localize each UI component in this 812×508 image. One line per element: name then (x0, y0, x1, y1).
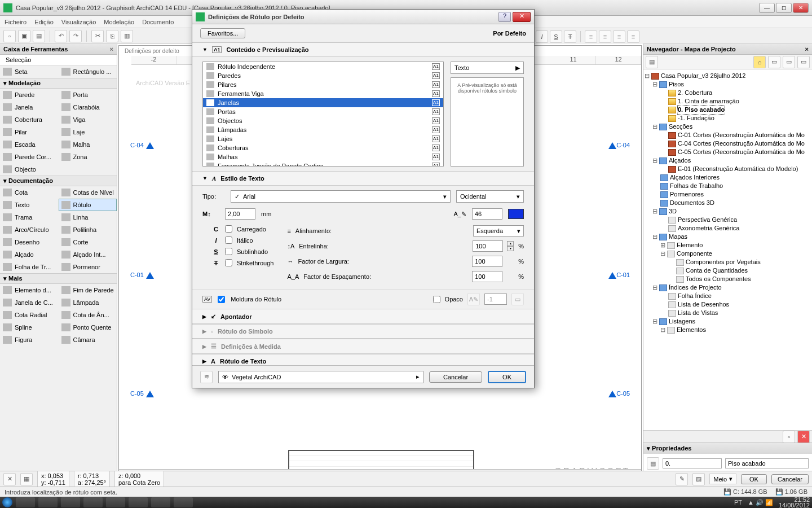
tool-alcado[interactable]: Alçado (0, 248, 59, 261)
opaco-swatch[interactable]: ▭ (511, 293, 524, 305)
task-archicad-icon[interactable] (129, 497, 148, 507)
tool-escada[interactable]: Escada (0, 138, 59, 151)
italic-button[interactable]: I (536, 30, 548, 43)
tool-porta[interactable]: Porta (59, 89, 117, 101)
coord-cancel-button[interactable]: Cancelar (771, 474, 809, 484)
underline-button[interactable]: S (550, 30, 562, 43)
task-explorer-icon[interactable] (38, 497, 58, 507)
tool-paredecortina[interactable]: Parede Cor... (0, 151, 59, 163)
tool-objecto[interactable]: Objecto (0, 163, 59, 176)
chk-sublinhado[interactable] (225, 248, 232, 255)
tool-zona[interactable]: Zona (59, 151, 117, 163)
tool-claraboia[interactable]: Clarabóia (59, 101, 117, 113)
layer-select[interactable]: 👁Vegetal ArchiCAD▸ (218, 371, 423, 383)
task-ie-icon[interactable] (16, 497, 35, 507)
tool-pormenor[interactable]: Pormenor (59, 261, 117, 273)
cancel-button[interactable]: Cancelar (429, 371, 482, 383)
chk-strike[interactable] (225, 259, 232, 266)
minimize-button[interactable]: — (759, 3, 775, 13)
align-right-icon[interactable]: ≡ (613, 30, 625, 43)
align-left-icon[interactable]: ≡ (585, 30, 597, 43)
task-folder-icon[interactable] (61, 497, 80, 507)
task-chrome-icon[interactable] (151, 497, 170, 507)
props-id-field[interactable] (663, 458, 722, 468)
list-item[interactable]: Ferramenta Junção de Parede CortinaA1 (203, 161, 443, 167)
undo-icon[interactable]: ↶ (55, 30, 67, 42)
menu-edicao[interactable]: Edição (34, 19, 54, 25)
entrelinha-input[interactable] (473, 240, 503, 252)
chk-carregado[interactable] (225, 225, 232, 233)
tool-desenho[interactable]: Desenho (0, 236, 59, 248)
section-conteudo[interactable]: ▼A1Conteúdo e Previsualização (192, 42, 534, 57)
opaco-pen-icon[interactable]: A✎ (467, 293, 480, 305)
task-paint-icon[interactable] (174, 497, 193, 507)
start-button[interactable] (2, 497, 12, 507)
tool-seta[interactable]: Seta (0, 65, 59, 78)
list-item[interactable]: ObjectosA1 (203, 116, 443, 125)
chk-italico[interactable] (225, 237, 232, 244)
nav-mode-icon[interactable]: ▤ (646, 56, 658, 68)
tool-alcadoint[interactable]: Alçado Int... (59, 248, 117, 261)
list-item[interactable]: ParedesA1 (203, 71, 443, 80)
tool-fimparede[interactable]: Fim de Parede (59, 284, 117, 296)
menu-documento[interactable]: Documento (142, 19, 174, 25)
tool-rectangulo[interactable]: Rectângulo ... (59, 65, 117, 78)
list-item[interactable]: Rótulo IndependenteA1 (203, 62, 443, 71)
list-item[interactable]: MalhasA1 (203, 152, 443, 161)
nav-close-icon[interactable]: × (805, 46, 809, 52)
align-select[interactable]: Esquerda▾ (473, 225, 524, 237)
tool-pilar[interactable]: Pilar (0, 126, 59, 138)
tool-malha[interactable]: Malha (59, 138, 117, 151)
tool-trama[interactable]: Trama (0, 211, 59, 224)
tool-polilinha[interactable]: Polilinha (59, 224, 117, 236)
new-icon[interactable]: ▫ (3, 30, 16, 42)
tool-figura[interactable]: Figura (0, 334, 59, 346)
section-mais[interactable]: ▾ Mais (0, 273, 117, 284)
open-icon[interactable]: ▣ (18, 30, 30, 42)
nav-tab-pub-icon[interactable]: ▭ (797, 56, 810, 68)
tool-pontoquente[interactable]: Ponto Quente (59, 321, 117, 334)
encoding-select[interactable]: Ocidental▾ (456, 190, 524, 203)
tool-cotaradial[interactable]: Cota Radial (0, 309, 59, 321)
dialog-help-button[interactable]: ? (498, 12, 511, 22)
toolbox-close-icon[interactable]: × (110, 46, 113, 52)
espac-input[interactable] (472, 271, 502, 282)
redo-icon[interactable]: ↷ (69, 30, 82, 42)
list-item[interactable]: LâmpadasA1 (203, 125, 443, 134)
tool-janelac[interactable]: Janela de C... (0, 296, 59, 309)
tool-camara[interactable]: Câmara (59, 334, 117, 346)
list-item[interactable]: PilaresA1 (203, 80, 443, 89)
task-word-icon[interactable] (106, 497, 125, 507)
coord-icon[interactable]: ✕ (3, 473, 16, 485)
favorites-button[interactable]: Favoritos... (200, 28, 245, 38)
selection-row[interactable]: Selecção (0, 55, 117, 65)
copy-icon[interactable]: ⎘ (106, 30, 118, 42)
pen-color-swatch[interactable] (508, 209, 524, 219)
nav-tab-project-icon[interactable]: ⌂ (753, 56, 766, 68)
section-apontador[interactable]: ▶↙Apontador (192, 309, 534, 324)
tool-texto[interactable]: Texto (0, 199, 59, 211)
paste-icon[interactable]: ▥ (121, 30, 133, 42)
layer-icon[interactable]: ≋ (200, 371, 213, 383)
tool-viga[interactable]: Viga (59, 113, 117, 126)
nav-delete-icon[interactable]: ✕ (797, 431, 810, 443)
nav-new-icon[interactable]: ▫ (783, 431, 795, 443)
tool-janela[interactable]: Janela (0, 101, 59, 113)
tool-cotaangular[interactable]: Cota de Ân... (59, 309, 117, 321)
chk-moldura[interactable] (218, 296, 225, 303)
list-item[interactable]: CoberturasA1 (203, 143, 443, 152)
list-item[interactable]: LajesA1 (203, 134, 443, 143)
tool-arco[interactable]: Arco/Círculo (0, 224, 59, 236)
tool-cota[interactable]: Cota (0, 186, 59, 199)
nav-tab-view-icon[interactable]: ▭ (768, 56, 780, 68)
cut-icon[interactable]: ✂ (91, 30, 104, 42)
tool-linha[interactable]: Linha (59, 211, 117, 224)
largura-input[interactable] (472, 256, 502, 267)
menu-ficheiro[interactable]: Ficheiro (5, 19, 27, 25)
tool-cotasnivel[interactable]: Cotas de Nível (59, 186, 117, 199)
save-icon[interactable]: ▤ (33, 30, 45, 42)
ok-button[interactable]: OK (488, 371, 526, 383)
tool-cobertura[interactable]: Cobertura (0, 113, 59, 126)
dialog-close-button[interactable]: ✕ (513, 12, 531, 22)
chk-opaco[interactable] (433, 296, 440, 303)
